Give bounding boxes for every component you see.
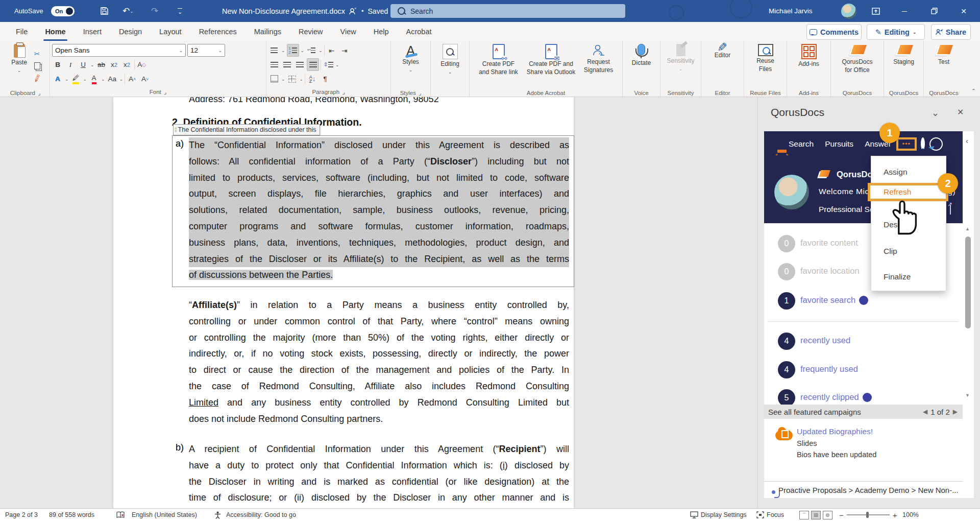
search-input[interactable]: Search	[390, 4, 625, 18]
create-pdf-outlook-button[interactable]: ᴀ✉ Create PDF andShare via Outlook	[524, 42, 578, 89]
zoom-thumb[interactable]	[866, 512, 869, 518]
breadcrumb[interactable]: Proactive Proposals > Academy Demo > New…	[778, 486, 959, 494]
font-color-button[interactable]: A	[88, 73, 100, 85]
test-button[interactable]: Test	[928, 42, 959, 89]
zoom-in-icon[interactable]: +	[893, 511, 897, 519]
user-avatar[interactable]	[841, 0, 856, 22]
cut-button[interactable]: ✂	[32, 48, 43, 60]
decrease-indent-button[interactable]: ⇤	[326, 44, 337, 56]
superscript-button[interactable]: x2	[121, 59, 133, 70]
zoom-out-icon[interactable]: −	[839, 511, 844, 519]
collapse-pane-icon[interactable]: ‹	[966, 136, 968, 145]
staging-button[interactable]: Staging	[888, 42, 920, 89]
align-left-button[interactable]	[268, 59, 280, 70]
document-canvas[interactable]: Address: 761 Redmond Road, Redmond, Wash…	[0, 97, 758, 508]
text-effects-button[interactable]: A	[52, 73, 63, 85]
clear-formatting-button[interactable]: A◇	[136, 59, 148, 70]
multilevel-list-button[interactable]: ᵃ⁼	[306, 44, 317, 56]
share-button[interactable]: Share	[931, 24, 971, 40]
autosave-toggle[interactable]: On	[51, 0, 75, 22]
tab-file[interactable]: File	[7, 22, 36, 41]
shading-button[interactable]	[268, 73, 280, 85]
dialog-launcher-icon[interactable]: ⌟	[38, 89, 40, 97]
redo-button[interactable]: ↷	[151, 0, 158, 22]
grow-font-button[interactable]: A˄	[127, 73, 138, 85]
quick-access-menu[interactable]: ⌄	[178, 8, 182, 15]
page-indicator[interactable]: Page 2 of 3	[5, 509, 38, 521]
zoom-level[interactable]: 100%	[902, 509, 919, 521]
campaign-card[interactable]: Updated Biographies! Slides Bios have be…	[764, 419, 963, 481]
reuse-files-button[interactable]: ReuseFiles	[749, 42, 782, 89]
zoom-track[interactable]	[847, 514, 890, 515]
comments-button[interactable]: Comments	[806, 24, 862, 40]
align-center-button[interactable]	[281, 59, 292, 70]
breadcrumb-bar[interactable]: Proactive Proposals > Academy Demo > New…	[764, 481, 963, 498]
read-mode-button[interactable]: ⌒	[799, 511, 809, 519]
more-menu-button[interactable]: •••	[896, 137, 917, 151]
tab-view[interactable]: View	[332, 22, 365, 41]
display-settings-button[interactable]: Display Settings	[690, 509, 747, 521]
dialog-launcher-icon[interactable]: ⌟	[419, 89, 421, 97]
zoom-slider[interactable]: − +	[839, 509, 897, 521]
tab-insert[interactable]: Insert	[75, 22, 110, 41]
web-layout-button[interactable]: ◍	[823, 511, 832, 519]
tab-help[interactable]: Help	[365, 22, 398, 41]
scroll-down-icon[interactable]: ▼	[965, 393, 970, 398]
ribbon-display-options-button[interactable]	[865, 0, 887, 22]
underline-button[interactable]: U	[78, 59, 89, 70]
paste-button[interactable]: Paste ⌄	[8, 42, 31, 89]
accessibility-icon[interactable]	[214, 509, 221, 521]
bold-button[interactable]: B	[52, 59, 63, 70]
sort-button[interactable]: AZ↓	[307, 73, 318, 85]
nav-pursuits[interactable]: Pursuits	[825, 139, 853, 149]
editor-button[interactable]: ✎ Editor	[707, 42, 738, 89]
word-count[interactable]: 89 of 558 words	[49, 509, 94, 521]
tab-review[interactable]: Review	[290, 22, 332, 41]
dialog-launcher-icon[interactable]: ⌟	[164, 88, 166, 96]
change-case-button[interactable]: Aa	[107, 73, 118, 85]
help-icon[interactable]	[863, 393, 872, 402]
editing-mode-button[interactable]: ✎ Editing ⌄	[867, 24, 925, 40]
next-page-icon[interactable]: ▶	[953, 408, 958, 415]
nav-search[interactable]: Search	[789, 139, 814, 149]
undo-button[interactable]: ↶⌄	[122, 0, 134, 22]
increase-indent-button[interactable]: ⇥	[339, 44, 350, 56]
scrollbar-thumb[interactable]	[965, 236, 971, 328]
user-name[interactable]: Michael Jarvis	[769, 0, 813, 22]
print-layout-button[interactable]: ▤	[811, 511, 821, 519]
subscript-button[interactable]: x2	[109, 59, 120, 70]
menu-item-clip[interactable]: Clip	[884, 247, 897, 256]
document-title-group[interactable]: New Non-Disclosure Agreement.docx ᴿ • Sa…	[222, 0, 396, 22]
font-name-select[interactable]: Open Sans⌄	[52, 44, 186, 57]
document-page[interactable]: Address: 761 Redmond Road, Redmond, Wash…	[113, 97, 574, 508]
focus-button[interactable]: Focus	[756, 509, 784, 521]
menu-item-finalize[interactable]: Finalize	[884, 272, 911, 281]
close-window-button[interactable]: ✕	[952, 0, 975, 22]
menu-item-assign[interactable]: Assign	[884, 168, 908, 177]
request-signatures-button[interactable]: x RequestSignatures	[579, 42, 618, 89]
campaign-title[interactable]: Updated Biographies!	[797, 427, 873, 436]
styles-button[interactable]: A Styles ⌄	[395, 42, 427, 89]
help-icon[interactable]	[859, 296, 868, 305]
show-formatting-button[interactable]: ¶	[320, 73, 331, 85]
add-ins-button[interactable]: Add-ins	[793, 42, 825, 89]
copy-button[interactable]	[32, 60, 43, 72]
tab-home[interactable]: Home	[36, 22, 74, 41]
bullets-button[interactable]	[268, 44, 280, 56]
scroll-up-icon[interactable]: ▲	[965, 226, 970, 231]
pane-chevron-button[interactable]: ⌄	[932, 107, 939, 119]
save-button[interactable]	[100, 0, 109, 22]
collapse-ribbon-button[interactable]: ⌃	[971, 88, 976, 94]
dictate-button[interactable]: Dictate	[627, 42, 656, 89]
prev-page-icon[interactable]: ◀	[923, 408, 927, 415]
italic-button[interactable]: I	[65, 59, 76, 70]
tab-design[interactable]: Design	[110, 22, 151, 41]
tab-acrobat[interactable]: Acrobat	[398, 22, 440, 41]
highlight-color-button[interactable]: 🖉	[70, 73, 82, 85]
minimize-button[interactable]: ─	[893, 0, 916, 22]
qorusdocs-for-office-button[interactable]: QorusDocsfor Office	[836, 42, 879, 89]
tab-layout[interactable]: Layout	[151, 22, 190, 41]
campaigns-bar-label[interactable]: See all featured campaigns	[768, 408, 861, 416]
line-spacing-button[interactable]: ⇕	[323, 59, 334, 70]
borders-button[interactable]	[287, 73, 298, 85]
